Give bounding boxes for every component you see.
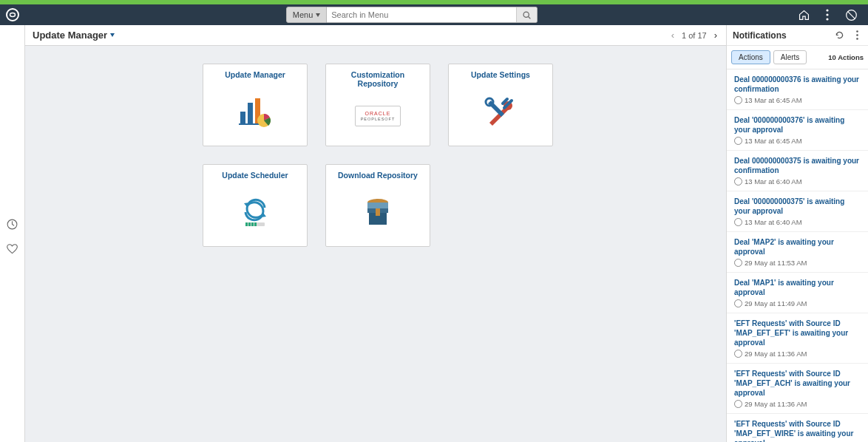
notification-item-title: Deal '000000000375' is awaiting your app… bbox=[734, 197, 861, 216]
notification-item-title: Deal 'MAP1' is awaiting your approval bbox=[734, 278, 861, 297]
tools-icon bbox=[482, 84, 519, 140]
svg-line-2 bbox=[529, 16, 531, 18]
oracle-logo-icon[interactable] bbox=[6, 8, 19, 21]
svg-rect-9 bbox=[240, 112, 245, 123]
home-icon[interactable] bbox=[797, 8, 810, 21]
more-icon[interactable] bbox=[852, 30, 862, 41]
menu-dropdown-button[interactable]: Menu bbox=[286, 7, 328, 23]
notification-item-time: 29 May at 11:49 AM bbox=[734, 299, 861, 307]
favorites-icon[interactable] bbox=[6, 242, 19, 256]
tile-label: Update Scheduler bbox=[222, 171, 288, 180]
search-icon bbox=[522, 10, 532, 20]
pager-next[interactable]: › bbox=[713, 30, 719, 41]
refresh-icon[interactable] bbox=[834, 30, 844, 41]
notification-item[interactable]: Deal '000000000376' is awaiting your app… bbox=[727, 110, 868, 151]
oracle-text: ORACLE bbox=[361, 110, 396, 117]
tab-alerts[interactable]: Alerts bbox=[773, 50, 807, 64]
actions-count: 10 Actions bbox=[828, 53, 864, 61]
notification-item-time: 29 May at 11:36 AM bbox=[734, 350, 861, 358]
svg-rect-20 bbox=[254, 222, 257, 226]
navigator-icon[interactable] bbox=[844, 8, 858, 21]
pager-prev[interactable]: ‹ bbox=[670, 30, 676, 41]
actions-menu-icon[interactable] bbox=[821, 8, 834, 21]
search-input[interactable] bbox=[327, 10, 516, 19]
menu-label: Menu bbox=[293, 10, 313, 19]
notification-item-title: Deal 'MAP2' is awaiting your approval bbox=[734, 237, 861, 256]
pager: ‹ 1 of 17 › bbox=[670, 30, 719, 41]
svg-point-26 bbox=[856, 34, 858, 36]
left-rail bbox=[0, 25, 25, 442]
notification-item[interactable]: Deal 000000000376 is awaiting your confi… bbox=[727, 69, 868, 110]
notification-item[interactable]: Deal 'MAP1' is awaiting your approval29 … bbox=[727, 273, 868, 313]
notification-item[interactable]: Deal 'MAP2' is awaiting your approval29 … bbox=[727, 232, 868, 273]
tile-update-manager[interactable]: Update Manager bbox=[203, 64, 308, 146]
notification-item[interactable]: 'EFT Requests' with Source ID 'MAP_EFT_W… bbox=[727, 414, 868, 442]
svg-point-0 bbox=[10, 13, 16, 17]
notifications-header: Notifications bbox=[727, 25, 868, 46]
tile-download-repository[interactable]: Download Repository bbox=[325, 164, 430, 247]
notification-item-time: 13 Mar at 6:40 AM bbox=[734, 218, 861, 226]
notifications-title: Notifications bbox=[733, 30, 787, 41]
peoplesoft-text: PEOPLESOFT bbox=[361, 117, 396, 122]
notification-item-title: Deal '000000000376' is awaiting your app… bbox=[734, 115, 861, 135]
notification-item-title: 'EFT Requests' with Source ID 'MAP_EFT_W… bbox=[734, 419, 861, 442]
notifications-list[interactable]: Deal 000000000376 is awaiting your confi… bbox=[727, 69, 868, 442]
notification-item-title: 'EFT Requests' with Source ID 'MAP_EFT_E… bbox=[734, 319, 861, 347]
svg-rect-10 bbox=[248, 103, 253, 123]
tiles-grid: Update Manager Customization Repository bbox=[25, 46, 726, 247]
svg-point-5 bbox=[826, 18, 828, 20]
page-header: Update Manager ‹ 1 of 17 › bbox=[25, 25, 726, 46]
notification-item-time: 29 May at 11:53 AM bbox=[734, 259, 861, 267]
svg-point-27 bbox=[856, 38, 858, 40]
svg-point-1 bbox=[523, 12, 529, 17]
svg-rect-17 bbox=[245, 222, 248, 226]
recents-icon[interactable] bbox=[6, 217, 19, 231]
tile-update-scheduler[interactable]: Update Scheduler bbox=[203, 164, 308, 247]
svg-point-25 bbox=[856, 30, 858, 33]
svg-rect-18 bbox=[248, 222, 251, 226]
bar-chart-icon bbox=[237, 84, 273, 140]
notification-item-time: 13 Mar at 6:45 AM bbox=[734, 137, 861, 145]
svg-point-4 bbox=[826, 13, 828, 16]
tile-label: Download Repository bbox=[338, 171, 418, 180]
pager-label: 1 of 17 bbox=[682, 31, 707, 40]
svg-rect-24 bbox=[376, 208, 380, 216]
download-box-icon bbox=[361, 184, 395, 240]
global-header: Menu bbox=[0, 4, 868, 25]
svg-rect-19 bbox=[251, 222, 254, 226]
search-input-wrap bbox=[327, 7, 538, 23]
tile-label: Customization Repository bbox=[332, 70, 424, 88]
notification-item-time: 13 Mar at 6:45 AM bbox=[734, 96, 861, 104]
chevron-down-icon bbox=[316, 13, 320, 17]
global-search: Menu bbox=[286, 7, 538, 23]
tile-customization-repository[interactable]: Customization Repository ORACLE PEOPLESO… bbox=[325, 64, 430, 146]
page-title-dropdown[interactable]: Update Manager bbox=[33, 30, 115, 41]
search-button[interactable] bbox=[516, 7, 537, 22]
svg-line-7 bbox=[847, 11, 855, 18]
notification-item-time: 29 May at 11:36 AM bbox=[734, 400, 861, 408]
center-content: Update Manager ‹ 1 of 17 › Update Manage… bbox=[25, 25, 726, 442]
notification-item[interactable]: 'EFT Requests' with Source ID 'MAP_EFT_A… bbox=[727, 364, 868, 414]
tab-actions[interactable]: Actions bbox=[731, 50, 770, 64]
notification-item-title: 'EFT Requests' with Source ID 'MAP_EFT_A… bbox=[734, 369, 861, 398]
oracle-peoplesoft-box: ORACLE PEOPLESOFT bbox=[355, 92, 401, 140]
sync-progress-icon bbox=[238, 184, 272, 240]
page-title: Update Manager bbox=[33, 30, 107, 41]
notification-item-title: Deal 000000000375 is awaiting your confi… bbox=[734, 156, 861, 175]
tile-label: Update Settings bbox=[471, 70, 530, 79]
notification-item-time: 13 Mar at 6:40 AM bbox=[734, 177, 861, 186]
notification-item[interactable]: Deal '000000000375' is awaiting your app… bbox=[727, 191, 868, 232]
chevron-down-icon bbox=[110, 33, 115, 37]
notification-tabs: Actions Alerts 10 Actions bbox=[727, 46, 868, 69]
notification-item[interactable]: Deal 000000000375 is awaiting your confi… bbox=[727, 151, 868, 191]
svg-point-3 bbox=[826, 9, 828, 11]
header-right-icons bbox=[797, 8, 858, 21]
tile-update-settings[interactable]: Update Settings bbox=[448, 64, 553, 146]
tile-label: Update Manager bbox=[225, 70, 285, 79]
notifications-panel: Notifications Actions Alerts 10 Actions … bbox=[726, 25, 868, 442]
notification-item-title: Deal 000000000376 is awaiting your confi… bbox=[734, 75, 861, 94]
notification-item[interactable]: 'EFT Requests' with Source ID 'MAP_EFT_E… bbox=[727, 313, 868, 364]
